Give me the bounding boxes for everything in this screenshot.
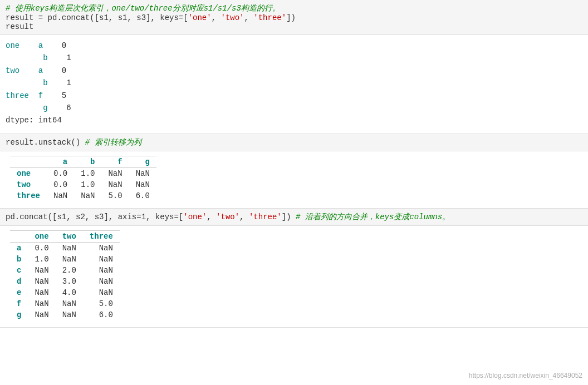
col-two: two (56, 230, 83, 242)
watermark: https://blog.csdn.net/weixin_46649052 (469, 372, 582, 379)
table-row: a 0.0 NaN NaN (10, 242, 120, 254)
series-row-2: b 1 (6, 52, 582, 64)
table-row: b 1.0 NaN NaN (10, 254, 120, 265)
series-row-1: one a 0 (6, 40, 582, 52)
table-row: c NaN 2.0 NaN (10, 265, 120, 276)
code-section-3: pd.concat([s1, s2, s3], axis=1, keys=['o… (0, 209, 588, 226)
series-row-6: g 6 (6, 102, 582, 114)
output-section-2: a b f g one 0.0 1.0 NaN NaN two 0.0 1.0 (0, 151, 588, 209)
table-row: g NaN NaN 6.0 (10, 309, 120, 320)
code-section-1: # 使用keys构造层次化索引，one/two/three分别对应s1/s1/s… (0, 0, 588, 35)
table-row: f NaN NaN 5.0 (10, 298, 120, 309)
col-g: g (129, 156, 156, 167)
col-three: three (83, 230, 120, 242)
col-b: b (74, 156, 101, 167)
series-row-4: b 1 (6, 77, 582, 89)
col-one: one (28, 230, 55, 242)
page: # 使用keys构造层次化索引，one/two/three分别对应s1/s1/s… (0, 0, 588, 385)
table-row: e NaN 4.0 NaN (10, 287, 120, 298)
axis1-table: one two three a 0.0 NaN NaN b 1.0 NaN Na… (10, 230, 120, 320)
code-line-comment: # 使用keys构造层次化索引，one/two/three分别对应s1/s1/s… (6, 3, 582, 13)
comment-1: # 使用keys构造层次化索引，one/two/three分别对应s1/s1/s… (6, 4, 280, 13)
code-line-unstack: result.unstack() # 索引转移为列 (6, 137, 582, 147)
series-row-5: three f 5 (6, 90, 582, 102)
table-row: one 0.0 1.0 NaN NaN (10, 167, 156, 179)
col-empty2 (10, 230, 28, 242)
unstack-table: a b f g one 0.0 1.0 NaN NaN two 0.0 1.0 (10, 156, 156, 201)
col-a: a (47, 156, 74, 167)
dtype-label: dtype: int64 (6, 114, 582, 126)
output-section-1: one a 0 b 1 two a 0 b 1 three f 5 g 6 (0, 35, 588, 134)
code-line-concat: result = pd.concat([s1, s1, s3], keys=['… (6, 13, 582, 22)
col-empty (10, 156, 47, 167)
table-row: three NaN NaN 5.0 6.0 (10, 190, 156, 201)
series-row-3: two a 0 (6, 65, 582, 77)
code-line-result: result (6, 22, 582, 31)
table-row: d NaN 3.0 NaN (10, 276, 120, 287)
code-section-2: result.unstack() # 索引转移为列 (0, 134, 588, 151)
table-row: two 0.0 1.0 NaN NaN (10, 179, 156, 190)
col-f: f (101, 156, 129, 167)
output-section-3: one two three a 0.0 NaN NaN b 1.0 NaN Na… (0, 226, 588, 328)
code-line-axis1: pd.concat([s1, s2, s3], axis=1, keys=['o… (6, 212, 582, 222)
